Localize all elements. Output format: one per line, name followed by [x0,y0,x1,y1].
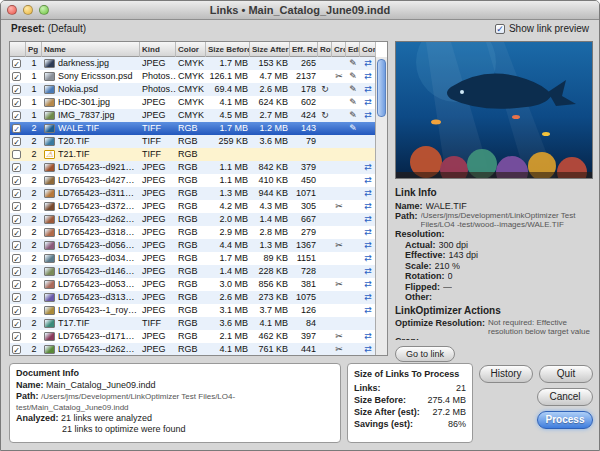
process-button[interactable]: Process [537,411,593,429]
title-bar[interactable]: Links • Main_Catalog_June09.indd [1,1,599,20]
row-checkbox[interactable]: ✓ [10,57,26,70]
edit-action-icon[interactable]: ✎ [346,70,360,83]
row-checkbox[interactable]: ✓ [10,161,26,174]
edit-action-icon[interactable] [346,317,360,330]
crop-action-icon[interactable] [332,109,346,122]
table-row[interactable]: ✓ 2 LD765423--d0347287.jpg JPEG RGB 1.7 … [10,252,376,265]
table-row[interactable]: ✓ 1 darkness.jpg JPEG CMYK 1.7 MB 153 KB… [10,57,376,70]
crop-action-icon[interactable] [332,252,346,265]
edit-action-icon[interactable] [346,200,360,213]
row-checkbox[interactable]: ✓ [10,213,26,226]
row-checkbox[interactable]: ✓ [10,109,26,122]
row-checkbox[interactable] [10,148,26,161]
scrollbar-thumb[interactable] [377,59,386,117]
edit-action-icon[interactable] [346,278,360,291]
crop-action-icon[interactable] [332,226,346,239]
row-checkbox[interactable]: ✓ [10,174,26,187]
convert-action-icon[interactable]: ⇄ [360,226,376,239]
convert-action-icon[interactable]: ⇄ [360,239,376,252]
row-checkbox[interactable]: ✓ [10,96,26,109]
crop-action-icon[interactable] [332,187,346,200]
quit-button[interactable]: Quit [539,365,593,383]
col-eff-res[interactable]: Eff. Res. [290,42,318,57]
convert-action-icon[interactable]: ⇄ [360,161,376,174]
convert-action-icon[interactable]: ⇄ [360,109,376,122]
edit-action-icon[interactable] [346,226,360,239]
crop-action-icon[interactable]: ✂ [332,200,346,213]
row-checkbox[interactable]: ✓ [10,70,26,83]
edit-action-icon[interactable]: ✎ [346,57,360,70]
edit-action-icon[interactable] [346,291,360,304]
convert-action-icon[interactable] [360,317,376,330]
crop-action-icon[interactable] [332,174,346,187]
table-row[interactable]: ✓ 1 IMG_7837.jpg JPEG CMYK 4.5 MB 2.7 MB… [10,109,376,122]
convert-action-icon[interactable]: ⇄ [360,57,376,70]
cancel-button[interactable]: Cancel [537,388,593,406]
convert-action-icon[interactable]: ⇄ [360,278,376,291]
table-row[interactable]: ✓ 1 Nokia.psd Photos… CMYK 69.4 MB 2.6 M… [10,83,376,96]
col-kind[interactable]: Kind [140,42,176,57]
table-row[interactable]: ✓ 2 LD765423--d262734.jpg JPEG RGB 4.1 M… [10,343,376,355]
table-row[interactable]: ✓ 2 LD765423--d146045.jpg JPEG RGB 1.4 M… [10,265,376,278]
convert-action-icon[interactable]: ⇄ [360,187,376,200]
row-checkbox[interactable]: ✓ [10,343,26,355]
preset-popup[interactable]: Preset: (Default) [11,23,86,34]
row-checkbox[interactable]: ✓ [10,226,26,239]
crop-action-icon[interactable] [332,148,346,161]
convert-action-icon[interactable] [360,122,376,135]
crop-action-icon[interactable] [332,96,346,109]
edit-action-icon[interactable]: ✎ [346,96,360,109]
table-row[interactable]: ✓ 2 T17.TIF TIFF RGB 3.6 MB 4.1 MB 84 [10,317,376,330]
table-row[interactable]: ✓ 2 LD765423--d171611.jpg JPEG RGB 2.1 M… [10,330,376,343]
col-edit[interactable]: Edit [346,42,360,57]
edit-action-icon[interactable] [346,174,360,187]
col-convert[interactable]: Conv. [360,42,376,57]
history-button[interactable]: History [479,365,533,383]
go-to-link-button[interactable]: Go to link [395,346,455,362]
crop-action-icon[interactable] [332,265,346,278]
table-row[interactable]: 2 ⚠T21.TIF TIFF RGB [10,148,376,161]
edit-action-icon[interactable] [346,187,360,200]
table-row[interactable]: ✓ 2 LD765423--d921793.jpg JPEG RGB 1.1 M… [10,161,376,174]
row-checkbox[interactable]: ✓ [10,200,26,213]
row-checkbox[interactable]: ✓ [10,265,26,278]
row-checkbox[interactable]: ✓ [10,330,26,343]
edit-action-icon[interactable]: ✎ [346,122,360,135]
row-checkbox[interactable]: ✓ [10,291,26,304]
crop-action-icon[interactable] [332,161,346,174]
col-color[interactable]: Color [176,42,206,57]
convert-action-icon[interactable] [360,148,376,161]
col-size-before[interactable]: Size Before [206,42,250,57]
convert-action-icon[interactable]: ⇄ [360,252,376,265]
crop-action-icon[interactable]: ✂ [332,70,346,83]
col-select[interactable] [10,42,26,57]
row-checkbox[interactable]: ✓ [10,122,26,135]
crop-action-icon[interactable] [332,213,346,226]
table-row[interactable]: ✓ 2 LD765423--d0563845.jpg JPEG RGB 4.4 … [10,239,376,252]
convert-action-icon[interactable]: ⇄ [360,291,376,304]
convert-action-icon[interactable]: ⇄ [360,70,376,83]
edit-action-icon[interactable] [346,252,360,265]
table-row[interactable]: ✓ 2 LD765423--d262734.jpg JPEG RGB 2.0 M… [10,213,376,226]
crop-action-icon[interactable] [332,122,346,135]
convert-action-icon[interactable]: ⇄ [360,304,376,317]
table-row[interactable]: ✓ 2 LD765423--d311745.jpg JPEG RGB 1.3 M… [10,187,376,200]
convert-action-icon[interactable]: ⇄ [360,174,376,187]
table-header[interactable]: Pg Name Kind Color Size Before Size Afte… [10,42,376,57]
table-row[interactable]: ✓ 2 LD765423--d31301001.jpg JPEG RGB 2.6… [10,291,376,304]
row-checkbox[interactable]: ✓ [10,135,26,148]
row-checkbox[interactable]: ✓ [10,317,26,330]
edit-action-icon[interactable]: ✎ [346,109,360,122]
crop-action-icon[interactable]: ✂ [332,278,346,291]
crop-action-icon[interactable] [332,135,346,148]
table-scrollbar[interactable] [375,57,387,355]
convert-action-icon[interactable]: ⇄ [360,83,376,96]
crop-action-icon[interactable] [332,304,346,317]
crop-action-icon[interactable]: ✂ [332,239,346,252]
table-row[interactable]: ✓ 1 HDC-301.jpg JPEG CMYK 4.1 MB 624 KB … [10,96,376,109]
edit-action-icon[interactable] [346,330,360,343]
convert-action-icon[interactable]: ⇄ [360,200,376,213]
convert-action-icon[interactable]: ⇄ [360,343,376,355]
row-checkbox[interactable]: ✓ [10,83,26,96]
crop-action-icon[interactable]: ✂ [332,330,346,343]
